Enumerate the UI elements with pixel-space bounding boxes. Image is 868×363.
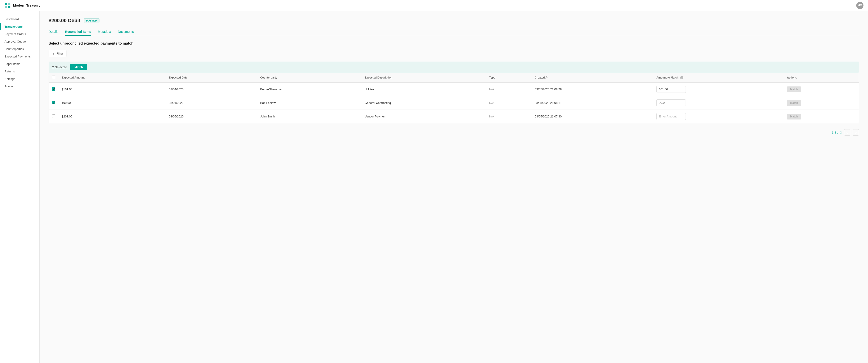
tab-bar: Details Reconciled Items Metadata Docume…	[49, 28, 859, 36]
page-layout: Dashboard Transactions Payment Orders Ap…	[0, 11, 868, 363]
row-checkbox-2[interactable]	[52, 101, 55, 104]
col-actions: Actions	[784, 73, 859, 83]
cell-amount-to-match	[653, 83, 784, 96]
cell-actions: Match	[784, 96, 859, 110]
pagination-next[interactable]: ›	[852, 129, 859, 136]
cell-amount-to-match	[653, 96, 784, 110]
transaction-header: $200.00 Debit POSTED	[49, 18, 859, 24]
app-name: Modern Treasury	[13, 3, 40, 7]
col-type: Type	[486, 73, 532, 83]
brand-area: Modern Treasury	[4, 2, 40, 8]
col-expected-description: Expected Description	[362, 73, 486, 83]
section-title: Select unreconciled expected payments to…	[49, 41, 859, 46]
tab-documents[interactable]: Documents	[118, 28, 134, 36]
cell-type: N/A	[486, 110, 532, 123]
cell-counterparty: John Smith	[257, 110, 362, 123]
cell-type: N/A	[486, 96, 532, 110]
row-match-button-2[interactable]: Match	[787, 100, 801, 106]
cell-expected-amount: $201.00	[59, 110, 166, 123]
cell-type: N/A	[486, 83, 532, 96]
sidebar: Dashboard Transactions Payment Orders Ap…	[0, 11, 39, 363]
top-navigation: Modern Treasury MM	[0, 0, 868, 11]
tab-reconciled-items[interactable]: Reconciled Items	[65, 28, 91, 36]
cell-created-at: 03/05/2020 21:08:11	[531, 96, 653, 110]
cell-expected-date: 03/04/2020	[166, 83, 257, 96]
amount-help-icon[interactable]: ?	[680, 76, 683, 79]
col-amount-to-match: Amount to Match ?	[653, 73, 784, 83]
pagination: 1-3 of 3 ‹ ›	[49, 127, 859, 138]
row-checkbox-3[interactable]	[52, 114, 55, 118]
pagination-prev[interactable]: ‹	[844, 129, 850, 136]
cell-expected-description: Vendor Payment	[362, 110, 486, 123]
row-checkbox-1[interactable]	[52, 87, 55, 91]
sidebar-item-expected-payments[interactable]: Expected Payments	[0, 53, 39, 60]
cell-expected-date: 03/04/2020	[166, 96, 257, 110]
cell-amount-to-match	[653, 110, 784, 123]
svg-rect-3	[8, 6, 10, 8]
sidebar-item-admin[interactable]: Admin	[0, 83, 39, 90]
svg-rect-2	[5, 6, 7, 8]
cell-created-at: 03/05/2020 21:07:30	[531, 110, 653, 123]
cell-expected-description: Utilities	[362, 83, 486, 96]
tab-metadata[interactable]: Metadata	[98, 28, 111, 36]
col-created-at: Created At	[531, 73, 653, 83]
svg-rect-1	[8, 3, 10, 5]
match-button[interactable]: Match	[70, 64, 87, 71]
main-content: $200.00 Debit POSTED Details Reconciled …	[39, 11, 868, 363]
col-expected-amount: Expected Amount	[59, 73, 166, 83]
pagination-info: 1-3 of 3	[832, 131, 842, 134]
cell-expected-amount: $101.00	[59, 83, 166, 96]
selected-count: 2 Selected	[52, 65, 67, 69]
sidebar-item-approval-queue[interactable]: Approval Queue	[0, 38, 39, 45]
transaction-amount: $200.00 Debit	[49, 18, 81, 24]
sidebar-item-transactions[interactable]: Transactions	[0, 23, 39, 30]
row-match-button-3[interactable]: Match	[787, 114, 801, 119]
table-header-row: Expected Amount Expected Date Counterpar…	[49, 73, 859, 83]
cell-actions: Match	[784, 110, 859, 123]
tab-details[interactable]: Details	[49, 28, 58, 36]
svg-rect-0	[5, 3, 7, 5]
amount-input-1[interactable]	[656, 86, 686, 93]
cell-actions: Match	[784, 83, 859, 96]
select-all-checkbox[interactable]	[52, 76, 55, 79]
amount-input-2[interactable]	[656, 99, 686, 106]
sidebar-item-counterparties[interactable]: Counterparties	[0, 45, 39, 53]
cell-expected-date: 03/05/2020	[166, 110, 257, 123]
sidebar-item-settings[interactable]: Settings	[0, 75, 39, 83]
row-match-button-1[interactable]: Match	[787, 86, 801, 92]
sidebar-item-dashboard[interactable]: Dashboard	[0, 16, 39, 23]
filter-button[interactable]: Filter	[49, 50, 66, 57]
status-badge: POSTED	[84, 18, 99, 23]
sidebar-item-paper-items[interactable]: Paper Items	[0, 60, 39, 68]
logo-icon	[4, 2, 11, 8]
sidebar-item-returns[interactable]: Returns	[0, 68, 39, 75]
table-row: $101.0003/04/2020Berge-ShanahanUtilities…	[49, 83, 859, 96]
selection-bar: 2 Selected Match	[49, 61, 859, 73]
payments-table: Expected Amount Expected Date Counterpar…	[49, 73, 859, 123]
cell-counterparty: Bob Loblaw	[257, 96, 362, 110]
cell-created-at: 03/05/2020 21:08:28	[531, 83, 653, 96]
col-expected-date: Expected Date	[166, 73, 257, 83]
user-avatar[interactable]: MM	[856, 2, 864, 9]
cell-expected-amount: $99.00	[59, 96, 166, 110]
cell-counterparty: Berge-Shanahan	[257, 83, 362, 96]
table-row: $99.0003/04/2020Bob LoblawGeneral Contra…	[49, 96, 859, 110]
table-row: $201.0003/05/2020John SmithVendor Paymen…	[49, 110, 859, 123]
filter-icon	[52, 52, 55, 55]
sidebar-item-payment-orders[interactable]: Payment Orders	[0, 30, 39, 38]
cell-expected-description: General Contracting	[362, 96, 486, 110]
col-counterparty: Counterparty	[257, 73, 362, 83]
amount-input-3[interactable]	[656, 113, 686, 120]
